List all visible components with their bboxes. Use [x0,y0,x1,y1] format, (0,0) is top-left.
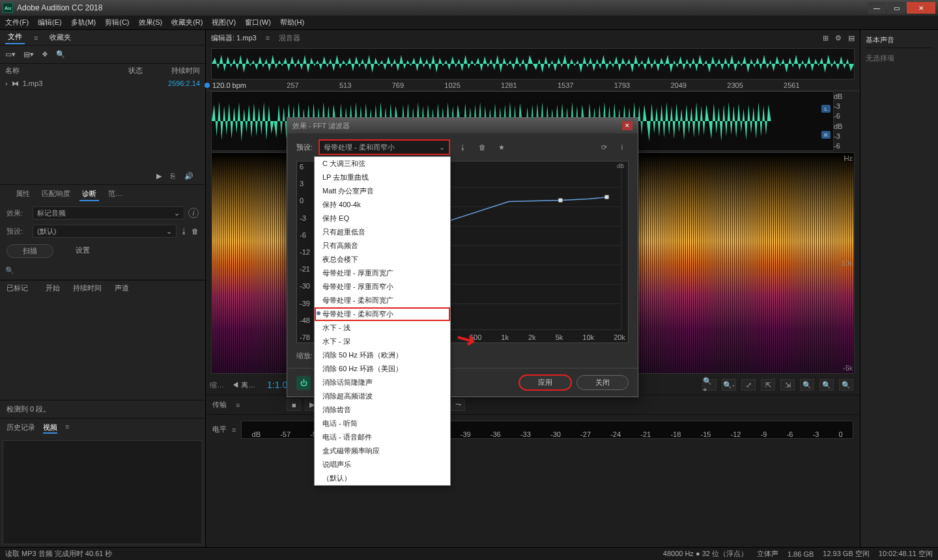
preset-option[interactable]: 只有超重低音 [315,225,450,239]
preset-option[interactable]: 水下 - 深 [315,335,450,348]
menu-edit[interactable]: 编辑(E) [38,18,62,27]
preset-option[interactable]: 消除 50 Hz 环路（欧洲） [315,348,450,362]
preset-option[interactable]: 母带处理 - 柔和而宽广 [315,294,450,307]
zoom-back-icon[interactable]: ◀ 离… [228,380,259,390]
zoom-reset-icon[interactable]: 🔍 [819,379,834,391]
zoom-sel-icon[interactable]: ⇱ [761,379,775,391]
preset-option[interactable]: 母带处理 - 柔和而窄小 [315,307,450,321]
zoom-in-icon[interactable]: 🔍+ [702,379,717,391]
search-icon[interactable]: 🔍 [56,50,65,59]
effect-select[interactable]: 标记音频⌄ [33,206,184,219]
file-row[interactable]: ›⧓1.mp3 2596:2.14 [0,77,205,90]
menu-help[interactable]: 帮助(H) [280,18,304,27]
tab-history[interactable]: 历史记录 [7,423,35,434]
spectral-icon[interactable]: ▤ [848,34,855,42]
menu-view[interactable]: 视图(V) [212,18,236,27]
preset-option[interactable]: 母带处理 - 厚重而宽广 [315,266,450,280]
search-icon-2[interactable]: 🔍 [5,266,14,275]
dialog-close-icon[interactable]: ✕ [622,121,632,130]
preset-option[interactable]: 消除齿音 [315,403,450,417]
ruler-mark: 1793 [614,81,630,89]
preset-option[interactable]: 只有高频音 [315,239,450,253]
preset-option[interactable]: 水下 - 浅 [315,321,450,335]
preset-option[interactable]: 电话 - 语音邮件 [315,430,450,444]
preset-option[interactable]: Matt 办公室声音 [315,184,450,198]
preset-option[interactable]: 消除话筒隆隆声 [315,376,450,389]
menu-file[interactable]: 文件(F) [5,18,29,27]
zoom-out-v-icon[interactable]: 🔍 [800,379,814,391]
level-tick: -12 [731,430,741,438]
tab-editor[interactable]: 编辑器: 1.mp3 [211,33,257,43]
save-preset-icon[interactable]: ⭳ [180,227,188,235]
delete-icon[interactable]: 🗑 [476,141,489,153]
menu-favorites[interactable]: 收藏夹(R) [171,18,203,27]
tab-range[interactable]: 范… [106,188,125,201]
export-icon[interactable]: ⎘ [171,172,175,180]
power-button[interactable]: ⏻ [296,376,311,390]
detected-status: 检测到 0 段。 [0,400,205,419]
tab-mixer[interactable]: 混音器 [279,33,300,43]
tab-files[interactable]: 文件 [5,31,25,44]
new-file-icon[interactable]: ▭▾ [5,50,16,59]
preset-option[interactable]: 盒式磁带频率响应 [315,444,450,458]
tab-favorites[interactable]: 收藏夹 [47,31,74,44]
preset-option[interactable]: 保持 EQ [315,212,450,225]
zoom-full-icon[interactable]: ⤢ [741,379,756,391]
tab-diagnostics[interactable]: 诊断 [79,188,99,201]
tab-video[interactable]: 视频 [43,423,57,434]
minimize-button[interactable]: — [868,2,886,14]
preset-option[interactable]: LP 去加重曲线 [315,171,450,184]
preset-label-diag: 预设: [7,227,29,236]
settings-icon[interactable]: ⊞ [823,34,829,42]
multitrack-icon[interactable]: ❖ [42,50,48,59]
preset-option[interactable]: 消除 60 Hz 环路（美国） [315,362,450,376]
info-icon[interactable]: i [616,141,629,153]
preset-option[interactable]: 电话 - 听筒 [315,417,450,430]
bpm-label: 120.0 bpm [212,81,246,89]
open-file-icon[interactable]: ▤▾ [23,50,34,59]
preset-option[interactable]: （默认） [315,471,450,485]
col-start: 开始 [46,283,60,293]
settings-button[interactable]: 设置 [60,244,106,258]
play-icon[interactable]: ▶ [156,172,162,180]
preset-label: 预设: [296,143,313,152]
preset-option[interactable]: 消除超高频谐波 [315,389,450,403]
status-message: 读取 MP3 音频 完成用时 40.61 秒 [5,549,654,559]
status-bar: 读取 MP3 音频 完成用时 40.61 秒 48000 Hz ● 32 位（浮… [0,547,938,560]
hz-label: Hz [844,154,853,162]
info-icon[interactable]: i [188,208,199,218]
scan-button[interactable]: 扫描 [7,244,53,258]
skip-button[interactable]: ⤳ [451,399,465,411]
menu-multitrack[interactable]: 多轨(M) [71,18,96,27]
maximize-button[interactable]: ▭ [887,2,905,14]
level-tick: -15 [700,430,711,438]
delete-preset-icon[interactable]: 🗑 [192,227,199,235]
tab-loudness[interactable]: 匹配响度 [39,188,73,201]
preset-option[interactable]: 保持 400-4k [315,198,450,212]
zoom-reset2-icon[interactable]: 🔍 [839,379,853,391]
volume-icon[interactable]: 🔊 [184,172,193,180]
overview-waveform[interactable] [211,48,855,79]
menu-clip[interactable]: 剪辑(C) [105,18,129,27]
preset-option[interactable]: C 大调三和弦 [315,157,450,171]
preview-icon[interactable]: ⟳ [597,141,610,153]
stop-button[interactable]: ■ [287,399,301,411]
zoom-in-v-icon[interactable]: ⇲ [780,379,795,391]
preset-option[interactable]: 夜总会楼下 [315,253,450,266]
zoom-out-icon[interactable]: 🔍- [722,379,736,391]
tab-properties[interactable]: 属性 [13,188,33,201]
menu-effects[interactable]: 效果(S) [139,18,163,27]
close-dialog-button[interactable]: 关闭 [576,375,629,390]
preset-option[interactable]: 母带处理 - 厚重而窄小 [315,280,450,294]
menu-window[interactable]: 窗口(W) [245,18,271,27]
close-button[interactable]: ✕ [907,2,935,14]
preset-select-diag[interactable]: (默认)⌄ [33,225,177,238]
apply-button[interactable]: 应用 [519,375,571,390]
gear-icon[interactable]: ⚙ [835,34,842,42]
timeline-ruler[interactable]: 120.0 bpm 257 513 769 1025 1281 1537 179… [206,79,860,91]
preset-option[interactable]: 说唱声乐 [315,458,450,471]
favorite-icon[interactable]: ★ [495,141,508,153]
preset-dropdown[interactable]: 母带处理 - 柔和而窄小 ⌄ [319,140,449,154]
status-samplerate: 48000 Hz ● 32 位（浮点） [663,549,748,559]
save-preset-icon[interactable]: ⭳ [456,141,469,153]
